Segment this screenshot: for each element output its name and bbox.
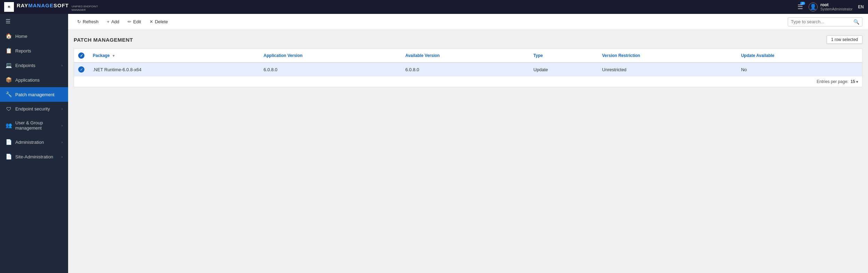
search-button[interactable]: 🔍	[851, 18, 862, 26]
administration-icon: 📄	[6, 139, 12, 145]
table-row[interactable]: ✓ .NET Runtime-6.0.8-x64 6.0.8.0 6.0.8.0…	[74, 63, 862, 76]
site-admin-icon: 📄	[6, 154, 12, 160]
header-right: ☰ 0 👤 root SystemAdministrator EN	[797, 2, 864, 11]
sidebar-item-endpoint-security[interactable]: 🛡 Endpoint security ›	[0, 102, 68, 116]
cell-update-available: No	[737, 63, 862, 76]
entries-per-page: Entries per page: 15 ▾	[817, 79, 858, 84]
sidebar-item-label: Endpoint security	[15, 106, 58, 111]
data-table: ✓ Package ▼ Application Version Availabl…	[74, 49, 862, 76]
table-header-row: ✓ Package ▼ Application Version Availabl…	[74, 49, 862, 63]
row-checkbox[interactable]: ✓	[78, 66, 84, 73]
sidebar-item-applications[interactable]: 📦 Applications	[0, 73, 68, 87]
chevron-right-icon: ›	[62, 140, 63, 144]
table-footer: Entries per page: 15 ▾	[74, 76, 862, 87]
chevron-right-icon: ›	[62, 64, 63, 67]
column-label-available-version: Available Version	[405, 53, 440, 58]
logo-manage: MANAGE	[28, 2, 54, 8]
logo-text: RAYMANAGESOFT UNIFIED ENDPOINTMANAGER	[17, 2, 98, 11]
notification-button[interactable]: ☰ 0	[797, 3, 803, 11]
logo-box: R	[4, 2, 14, 12]
refresh-label: Refresh	[83, 19, 99, 24]
logo-ray: RAY	[17, 2, 28, 8]
sidebar-item-label: Patch management	[15, 92, 63, 97]
cell-type: Update	[529, 63, 598, 76]
top-header: R RAYMANAGESOFT UNIFIED ENDPOINTMANAGER …	[0, 0, 868, 14]
edit-button[interactable]: ✏ Edit	[124, 17, 144, 26]
sidebar-item-reports[interactable]: 📋 Reports	[0, 43, 68, 58]
user-name: root	[820, 2, 852, 7]
page-title: PATCH MANAGEMENT	[74, 37, 133, 43]
content-inner: PATCH MANAGEMENT 1 row selected ✓ Packag…	[68, 30, 868, 273]
sidebar: ☰ 🏠 Home 📋 Reports 💻 Endpoints › 📦 Appli…	[0, 14, 68, 273]
toolbar: ↻ Refresh + Add ✏ Edit ✕ Delete 🔍	[68, 14, 868, 30]
logo-area: R RAYMANAGESOFT UNIFIED ENDPOINTMANAGER	[4, 2, 98, 12]
add-label: Add	[111, 19, 119, 24]
logo-soft: SOFT	[54, 2, 69, 8]
sidebar-item-patch-management[interactable]: 🔧 Patch management	[0, 87, 68, 102]
sidebar-item-label: Administration	[15, 140, 58, 145]
patch-icon: 🔧	[6, 91, 12, 98]
cell-version-restriction: Unrestricted	[598, 63, 737, 76]
column-label-app-version: Application Version	[264, 53, 303, 58]
reports-icon: 📋	[6, 48, 12, 54]
sidebar-item-label: User & Group management	[15, 120, 58, 131]
language-selector[interactable]: EN	[858, 5, 864, 9]
notification-badge: 0	[800, 2, 805, 5]
search-box: 🔍	[788, 17, 862, 26]
user-info: root SystemAdministrator	[820, 2, 852, 11]
sidebar-item-endpoints[interactable]: 💻 Endpoints ›	[0, 58, 68, 73]
column-header-type[interactable]: Type	[529, 49, 598, 63]
edit-label: Edit	[133, 19, 141, 24]
user-area[interactable]: 👤 root SystemAdministrator	[809, 2, 852, 11]
main-layout: ☰ 🏠 Home 📋 Reports 💻 Endpoints › 📦 Appli…	[0, 14, 868, 273]
delete-button[interactable]: ✕ Delete	[146, 17, 172, 26]
sidebar-item-home[interactable]: 🏠 Home	[0, 29, 68, 43]
cell-package: .NET Runtime-6.0.8-x64	[89, 63, 260, 76]
column-header-available-version[interactable]: Available Version	[401, 49, 529, 63]
sidebar-item-label: Endpoints	[15, 63, 58, 68]
toolbar-left: ↻ Refresh + Add ✏ Edit ✕ Delete	[74, 17, 171, 26]
chevron-down-icon: ▾	[856, 80, 858, 84]
column-header-app-version[interactable]: Application Version	[260, 49, 401, 63]
page-header: PATCH MANAGEMENT 1 row selected	[74, 35, 862, 44]
sidebar-item-site-administration[interactable]: 📄 Site-Administration ›	[0, 149, 68, 164]
search-input[interactable]	[788, 18, 851, 26]
select-all-checkbox[interactable]: ✓	[78, 52, 84, 59]
column-label-type: Type	[533, 53, 543, 58]
sidebar-item-label: Site-Administration	[15, 154, 58, 159]
sidebar-item-label: Reports	[15, 48, 63, 53]
sidebar-item-user-group-management[interactable]: 👥 User & Group management ›	[0, 116, 68, 135]
cell-available-version: 6.0.8.0	[401, 63, 529, 76]
add-button[interactable]: + Add	[104, 17, 123, 26]
user-group-icon: 👥	[6, 122, 12, 129]
sidebar-item-administration[interactable]: 📄 Administration ›	[0, 135, 68, 149]
home-icon: 🏠	[6, 33, 12, 39]
chevron-right-icon: ›	[62, 124, 63, 127]
user-role: SystemAdministrator	[820, 7, 852, 11]
applications-icon: 📦	[6, 77, 12, 83]
refresh-button[interactable]: ↻ Refresh	[74, 17, 102, 26]
entries-label: Entries per page:	[817, 79, 848, 84]
hamburger-button[interactable]: ☰	[0, 14, 68, 29]
add-icon: +	[107, 19, 110, 24]
row-checkbox-cell[interactable]: ✓	[74, 63, 89, 76]
column-header-package[interactable]: Package ▼	[89, 49, 260, 63]
row-selected-badge: 1 row selected	[827, 35, 862, 44]
delete-icon: ✕	[149, 19, 153, 24]
entries-dropdown[interactable]: 15 ▾	[851, 79, 858, 84]
logo-subtitle: UNIFIED ENDPOINTMANAGER	[72, 5, 98, 11]
security-icon: 🛡	[6, 106, 12, 112]
entries-value: 15	[851, 79, 855, 84]
chevron-right-icon: ›	[62, 107, 63, 111]
column-header-update-available[interactable]: Update Available	[737, 49, 862, 63]
sidebar-item-label: Applications	[15, 77, 63, 83]
user-avatar-icon: 👤	[809, 2, 818, 11]
select-all-header[interactable]: ✓	[74, 49, 89, 63]
column-label-package: Package	[93, 53, 110, 58]
endpoints-icon: 💻	[6, 62, 12, 68]
cell-app-version: 6.0.8.0	[260, 63, 401, 76]
column-header-version-restriction[interactable]: Version Restriction	[598, 49, 737, 63]
refresh-icon: ↻	[77, 19, 81, 24]
edit-icon: ✏	[128, 19, 131, 24]
sidebar-item-label: Home	[15, 34, 63, 39]
